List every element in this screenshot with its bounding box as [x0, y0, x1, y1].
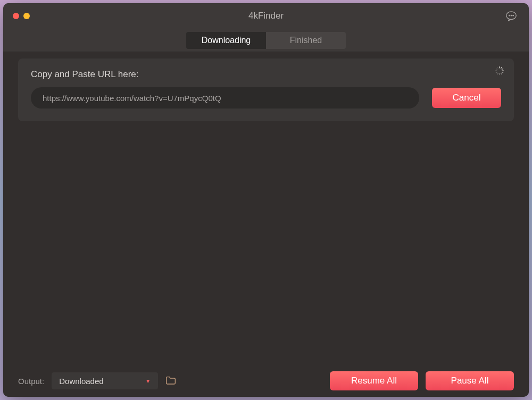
svg-rect-14: [495, 68, 497, 70]
svg-point-2: [511, 15, 511, 15]
loading-spinner-icon: [495, 66, 504, 76]
output-folder-select[interactable]: Downloaded ▼: [52, 372, 158, 389]
app-title: 4kFinder: [248, 11, 284, 21]
svg-rect-15: [497, 66, 498, 69]
open-folder-button[interactable]: [165, 376, 176, 386]
svg-rect-12: [495, 72, 497, 73]
output-label: Output:: [18, 377, 44, 386]
svg-rect-10: [499, 73, 500, 76]
cancel-button[interactable]: Cancel: [432, 88, 501, 108]
svg-point-1: [509, 15, 510, 15]
svg-rect-11: [497, 73, 498, 75]
svg-rect-4: [499, 66, 500, 69]
svg-point-3: [513, 15, 513, 15]
svg-rect-6: [502, 68, 504, 70]
tab-downloading-label: Downloading: [202, 36, 251, 45]
titlebar: 4kFinder: [3, 3, 529, 29]
feedback-icon[interactable]: [505, 11, 517, 21]
tab-downloading[interactable]: Downloading: [186, 32, 266, 49]
url-row: Cancel: [31, 87, 501, 109]
url-input-label: Copy and Paste URL here:: [31, 69, 501, 80]
minimize-window-button[interactable]: [23, 13, 30, 19]
svg-rect-13: [495, 70, 497, 71]
url-input[interactable]: [31, 87, 419, 109]
resume-all-button[interactable]: Resume All: [330, 371, 418, 390]
close-window-button[interactable]: [13, 13, 19, 19]
svg-rect-8: [502, 72, 504, 73]
pause-all-label: Pause All: [451, 376, 489, 386]
output-folder-value: Downloaded: [59, 377, 103, 386]
footer-bar: Output: Downloaded ▼ Resume All Pause Al…: [3, 365, 529, 397]
url-panel: Copy and Paste URL here: Cancel: [18, 59, 514, 121]
tab-finished[interactable]: Finished: [266, 32, 346, 49]
svg-rect-7: [502, 70, 504, 71]
cancel-button-label: Cancel: [453, 93, 481, 103]
caret-down-icon: ▼: [145, 378, 151, 384]
traffic-lights: [13, 13, 30, 19]
tabs-group: Downloading Finished: [186, 32, 346, 49]
resume-all-label: Resume All: [351, 376, 397, 386]
app-window: 4kFinder Downloading Finished: [3, 3, 529, 397]
main-content: Copy and Paste URL here: Cancel: [3, 52, 529, 365]
svg-rect-9: [501, 73, 502, 75]
tab-bar: Downloading Finished: [3, 29, 529, 52]
pause-all-button[interactable]: Pause All: [426, 371, 514, 390]
svg-rect-5: [501, 66, 502, 69]
tab-finished-label: Finished: [290, 36, 322, 45]
